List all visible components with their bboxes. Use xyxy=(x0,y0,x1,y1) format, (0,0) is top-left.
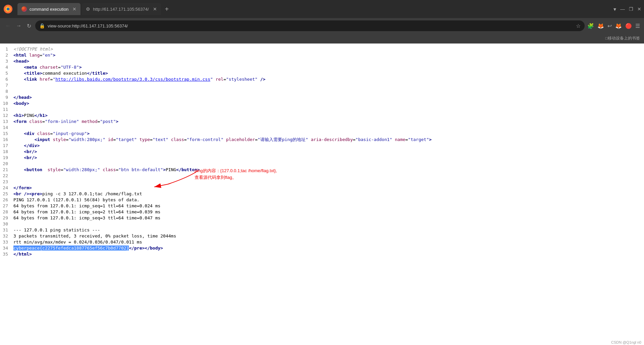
line-9: 9 </head> xyxy=(0,94,644,100)
footer: CSDN @Q1ngl n0 xyxy=(608,340,644,345)
line-2: 2 <html lang="en"> xyxy=(0,52,644,58)
maximize-button[interactable]: ❐ xyxy=(629,6,633,12)
tab-label-1: command execution xyxy=(30,7,68,12)
address-text: view-source:http://61.147.171.105:56374/ xyxy=(48,23,573,28)
addon1-icon[interactable]: 🦊 xyxy=(597,23,604,29)
line-5: 5 <title>command execution</title> xyxy=(0,70,644,76)
addon2-icon[interactable]: 🦊 xyxy=(615,23,622,29)
reload-button[interactable]: ↻ xyxy=(25,21,33,30)
line-24: 24 </form> xyxy=(0,185,644,191)
menu-icon[interactable]: ☰ xyxy=(635,23,640,29)
line-1: 1 <!DOCTYPE html> xyxy=(0,46,644,52)
forward-button[interactable]: → xyxy=(15,21,23,30)
extensions-icon[interactable]: 🧩 xyxy=(587,23,594,29)
toolbar-icons: 🧩 🦊 ↩ 🦊 🔴 ☰ xyxy=(587,23,640,29)
line-26: 26 PING 127.0.0.1 (127.0.0.1) 56(84) byt… xyxy=(0,197,644,203)
tab-settings[interactable]: ⚙ http://61.147.171.105:56374/ ✕ xyxy=(82,3,161,15)
line-25: 25 <br /><pre>ping -c 3 127.0.0.1;tac /h… xyxy=(0,191,644,197)
address-input-wrap[interactable]: 🔒 view-source:http://61.147.171.105:5637… xyxy=(35,20,585,31)
line-27: 27 64 bytes from 127.0.0.1: icmp_seq=1 t… xyxy=(0,203,644,209)
line-8: 8 xyxy=(0,88,644,94)
mobile-bookmark[interactable]: □移动设备上的书签 xyxy=(605,36,640,41)
lock-icon: 🔒 xyxy=(39,23,45,28)
tab-command-execution[interactable]: command execution ✕ xyxy=(17,3,80,15)
back-button[interactable]: ← xyxy=(4,21,12,30)
source-wrapper: 1 <!DOCTYPE html> 2 <html lang="en"> 3 <… xyxy=(0,44,644,345)
bookmark-star-icon[interactable]: ☆ xyxy=(576,23,581,29)
line-18: 18 <br/> xyxy=(0,149,644,155)
addon3-icon[interactable]: 🔴 xyxy=(625,23,632,29)
line-12: 12 <h1>PING</h1> xyxy=(0,113,644,119)
line-4: 4 <meta charset="UTF-8"> xyxy=(0,64,644,70)
minimize-button[interactable]: — xyxy=(620,6,625,12)
line-28: 28 64 bytes from 127.0.0.1: icmp_seq=2 t… xyxy=(0,209,644,215)
line-19: 19 <br/> xyxy=(0,155,644,161)
tab-controls: ▾ — ❐ ✕ xyxy=(613,6,641,12)
line-7: 7 xyxy=(0,82,644,88)
line-13: 13 <form class="form-inline" method="pos… xyxy=(0,119,644,125)
line-17: 17 </div> xyxy=(0,143,644,149)
tab-close-1[interactable]: ✕ xyxy=(72,6,76,12)
tab-close-2[interactable]: ✕ xyxy=(153,6,157,12)
line-16: 16 <input style="width:280px;" id="targe… xyxy=(0,137,644,143)
bootstrap-link[interactable]: http://libs.baidu.com/bootstrap/3.0.3/cs… xyxy=(55,77,210,82)
svg-point-2 xyxy=(7,8,9,10)
line-30: 30 xyxy=(0,221,644,227)
line-32: 32 3 packets transmitted, 3 received, 0%… xyxy=(0,233,644,239)
line-10: 10 <body> xyxy=(0,100,644,107)
line-6: 6 <link href="http://libs.baidu.com/boot… xyxy=(0,76,644,82)
line-34: 34 cyberpeace{c2275fefedca1887765ef56c7b… xyxy=(0,245,644,251)
bookmark-bar: □移动设备上的书签 xyxy=(0,33,644,44)
firefox-icon xyxy=(3,4,13,14)
tab-favicon-2: ⚙ xyxy=(86,6,90,12)
close-button[interactable]: ✕ xyxy=(637,6,641,12)
footer-text: CSDN @Q1ngl n0 xyxy=(611,340,641,344)
new-tab-button[interactable]: + xyxy=(162,4,172,14)
line-3: 3 <head> xyxy=(0,58,644,64)
line-20: 20 xyxy=(0,161,644,167)
line-33: 33 rtt min/avg/max/mdev = 0.024/0.036/0.… xyxy=(0,239,644,245)
line-23: 23 xyxy=(0,179,644,185)
tab-favicon-1 xyxy=(21,6,27,12)
line-21: 21 <button style="width:280px;" class="b… xyxy=(0,167,644,173)
address-bar: ← → ↻ 🔒 view-source:http://61.147.171.10… xyxy=(0,18,644,33)
tab-list-button[interactable]: ▾ xyxy=(613,6,616,12)
line-35: 35 </html> xyxy=(0,251,644,257)
tab-label-2: http://61.147.171.105:56374/ xyxy=(93,7,149,12)
history-icon[interactable]: ↩ xyxy=(607,23,612,29)
source-view: 1 <!DOCTYPE html> 2 <html lang="en"> 3 <… xyxy=(0,44,644,345)
line-11: 11 xyxy=(0,107,644,113)
line-15: 15 <div class="input-group"> xyxy=(0,131,644,137)
line-14: 14 xyxy=(0,125,644,131)
browser-chrome: command execution ✕ ⚙ http://61.147.171.… xyxy=(0,0,644,44)
line-31: 31 --- 127.0.0.1 ping statistics --- xyxy=(0,227,644,233)
flag-text: cyberpeace{c2275fefedca1887765ef56c7b0d7… xyxy=(13,246,129,251)
tab-bar: command execution ✕ ⚙ http://61.147.171.… xyxy=(0,0,644,18)
line-29: 29 64 bytes from 127.0.0.1: icmp_seq=3 t… xyxy=(0,215,644,221)
line-22: 22 xyxy=(0,173,644,179)
